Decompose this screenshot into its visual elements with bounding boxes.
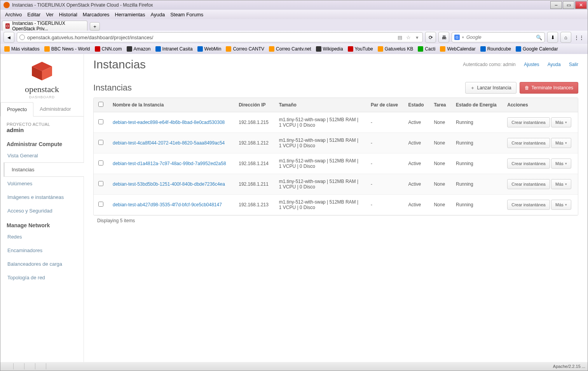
sidebar-item-acceso[interactable]: Acceso y Seguridad [0, 204, 84, 218]
col-state[interactable]: Estado [404, 98, 429, 112]
section-title: Instancias [93, 83, 462, 93]
search-icon[interactable]: 🔍 [536, 35, 542, 40]
sidebar-item-instancias[interactable]: Instancias [3, 162, 84, 177]
bookmark-item[interactable]: WebMin [196, 45, 223, 52]
bookmark-item[interactable]: Cacti [416, 45, 437, 52]
sidebar-item-topologia[interactable]: Topología de red [0, 271, 84, 284]
col-keypair[interactable]: Par de clave [366, 98, 404, 112]
bookmark-item[interactable]: YouTube [346, 45, 375, 52]
url-bar[interactable]: openstack.gatuvelus.home/dashboard/proje… [17, 32, 423, 42]
firefox-icon [3, 2, 10, 8]
window-titlebar[interactable]: Instancias - TIGERLINUX OpenStack Privat… [0, 0, 588, 10]
row-checkbox[interactable] [98, 202, 103, 207]
launch-instance-button[interactable]: ＋ Lanzar Instancia [465, 82, 516, 94]
bookmark-item[interactable]: WebCalendar [438, 45, 477, 52]
search-box[interactable]: G ▾ 🔍 [452, 32, 545, 42]
menu-ver[interactable]: Ver [44, 11, 56, 18]
chevron-down-icon: ▾ [565, 182, 567, 186]
close-button[interactable]: ✕ [575, 1, 587, 9]
cell-power: Running [451, 112, 503, 133]
row-checkbox[interactable] [98, 160, 103, 165]
sidebar-tab-administrador[interactable]: Administrador [33, 102, 77, 116]
dropdown-icon[interactable]: ▾ [414, 34, 420, 40]
bookmark-item[interactable]: CNN.com [93, 45, 124, 52]
cell-state: Active [404, 112, 429, 133]
row-checkbox[interactable] [98, 140, 103, 145]
menu-marcadores[interactable]: Marcadores [80, 11, 112, 18]
maximize-button[interactable]: ▭ [563, 1, 574, 9]
reader-icon[interactable]: ▤ [397, 34, 403, 40]
more-button[interactable]: Más▾ [551, 117, 571, 127]
row-checkbox[interactable] [98, 119, 103, 124]
sidebar-item-redes[interactable]: Redes [0, 230, 84, 244]
bookmark-item[interactable]: Wikipedia [314, 45, 345, 52]
cell-task: None [429, 133, 451, 153]
col-ip[interactable]: Dirección IP [234, 98, 274, 112]
sidebar-item-encaminadores[interactable]: Encaminadores [0, 244, 84, 257]
instance-link[interactable]: debian-test-eadec898-e64f-4b6b-8bad-8e0c… [113, 120, 225, 125]
snapshot-button[interactable]: Crear instantánea [507, 179, 550, 189]
instance-link[interactable]: debian-test-d1a4812a-7c97-48ac-99bd-7a99… [113, 161, 226, 166]
menu-editar[interactable]: Editar [25, 11, 43, 18]
link-salir[interactable]: Salir [569, 62, 578, 67]
menu-historial[interactable]: Historial [57, 11, 80, 18]
menu-steam-forums[interactable]: Steam Forums [168, 11, 206, 18]
reload-button[interactable]: ⟳ [425, 32, 436, 43]
downloads-button[interactable]: ⬇ [547, 32, 558, 43]
col-power[interactable]: Estado de Energía [451, 98, 503, 112]
back-button[interactable]: ◄ [3, 32, 14, 43]
terminate-instances-button[interactable]: 🗑 Terminate Instances [520, 82, 578, 94]
menu-archivo[interactable]: Archivo [3, 11, 24, 18]
link-ayuda[interactable]: Ayuda [548, 62, 561, 67]
snapshot-button[interactable]: Crear instantánea [507, 200, 550, 210]
search-dropdown-icon[interactable]: ▾ [462, 35, 464, 39]
bookmark-item[interactable]: BBC News - World [43, 45, 92, 52]
sidebar-item-imagenes[interactable]: Imágenes e instantáneas [0, 190, 84, 204]
col-task[interactable]: Tarea [429, 98, 451, 112]
instance-link[interactable]: debian-test-ab427d98-3535-4f7d-bfcf-9ce5… [113, 202, 222, 207]
bookmark-item[interactable]: Google Calendar [514, 45, 560, 52]
home-button[interactable]: ⌂ [560, 32, 571, 43]
minimize-button[interactable]: – [550, 1, 562, 9]
link-ajustes[interactable]: Ajustes [524, 62, 539, 67]
bookmark-icon [516, 46, 521, 52]
logo: openstack DASHBOARD [0, 54, 84, 102]
col-size[interactable]: Tamaño [274, 98, 366, 112]
select-all-checkbox[interactable] [98, 102, 103, 107]
bookmark-item[interactable]: Correo Cantv.net [267, 45, 313, 52]
sidebar-item-volumenes[interactable]: Volúmenes [0, 177, 84, 190]
row-checkbox[interactable] [98, 181, 103, 186]
sidebar-item-vista-general[interactable]: Vista General [0, 149, 84, 162]
more-button[interactable]: Más▾ [551, 138, 571, 148]
menu-herramientas[interactable]: Herramientas [112, 11, 147, 18]
new-tab-button[interactable]: + [90, 22, 100, 31]
bookmark-item[interactable]: Gatuvelus KB [376, 45, 415, 52]
instance-link[interactable]: debian-test-4ca8f044-2072-41eb-8620-5aaa… [113, 140, 225, 146]
menu-ayuda[interactable]: Ayuda [148, 11, 167, 18]
cell-state: Active [404, 153, 429, 174]
more-button[interactable]: Más▾ [551, 200, 571, 210]
browser-tab[interactable]: O Instancias - TIGERLINUX OpenStack Priv… [2, 21, 87, 31]
col-actions: Acciones [503, 98, 578, 112]
cell-keypair: - [366, 133, 404, 153]
instance-link[interactable]: debian-test-53bd5b0b-1251-400f-840b-dbde… [113, 181, 225, 187]
print-button[interactable]: 🖶 [438, 32, 449, 43]
bookmark-item[interactable]: Roundcube [479, 45, 513, 52]
snapshot-button[interactable]: Crear instantánea [507, 117, 550, 127]
search-input[interactable] [466, 35, 534, 40]
bookmark-item[interactable]: Intranet Casita [154, 45, 194, 52]
more-button[interactable]: Más▾ [551, 179, 571, 189]
bookmark-item[interactable]: Más visitados [3, 45, 41, 52]
bookmark-icon [95, 46, 100, 52]
bookmark-star-icon[interactable]: ☆ [405, 34, 412, 40]
col-name[interactable]: Nombre de la Instancia [108, 98, 234, 112]
sidebar-tab-proyecto[interactable]: Proyecto [0, 102, 33, 117]
bookmark-item[interactable]: Correo CANTV [224, 45, 266, 52]
bookmark-item[interactable]: Amazon [125, 45, 152, 52]
snapshot-button[interactable]: Crear instantánea [507, 159, 550, 169]
table-row: debian-test-ab427d98-3535-4f7d-bfcf-9ce5… [94, 195, 578, 215]
sidebar-item-balanceadores[interactable]: Balanceadores de carga [0, 257, 84, 271]
snapshot-button[interactable]: Crear instantánea [507, 138, 550, 148]
status-icon[interactable]: ⋮⋮ [574, 32, 585, 43]
more-button[interactable]: Más▾ [551, 159, 571, 169]
